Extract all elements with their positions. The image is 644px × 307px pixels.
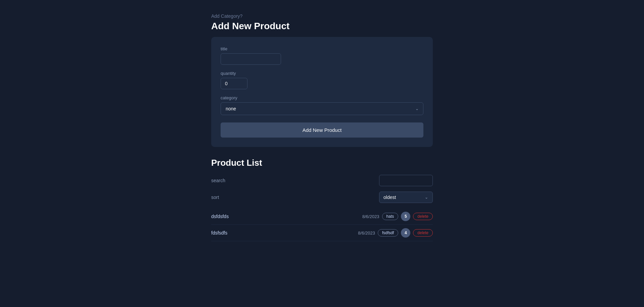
sort-select-wrapper: oldest newest ⌄ — [379, 192, 433, 203]
search-control: search — [211, 175, 433, 186]
product-name: dsfdsfds — [211, 214, 362, 219]
category-label: category — [221, 95, 423, 100]
title-input[interactable] — [221, 53, 281, 65]
add-category-label: Add Category? — [211, 13, 433, 19]
product-date: 8/6/2023 — [358, 231, 375, 236]
quantity-label: quantity — [221, 71, 423, 76]
product-meta: 8/6/2023 hats 5 delete — [362, 212, 433, 221]
category-select[interactable]: none — [221, 102, 423, 115]
sort-select[interactable]: oldest newest — [379, 192, 433, 203]
product-meta: 8/6/2023 fsdfsdf 4 delete — [358, 228, 433, 238]
product-list-section: Product List search sort oldest newest ⌄ — [211, 158, 433, 241]
category-select-wrapper: none ⌄ — [221, 102, 423, 115]
sort-label: sort — [211, 195, 238, 200]
delete-button[interactable]: delete — [413, 229, 433, 237]
page-title: Add New Product — [211, 21, 433, 32]
search-input[interactable] — [379, 175, 433, 186]
product-name: fdsfsdfs — [211, 230, 358, 236]
title-field-group: title — [221, 46, 423, 65]
product-list-title: Product List — [211, 158, 433, 168]
quantity-field-group: quantity — [221, 71, 423, 89]
table-row: dsfdsfds 8/6/2023 hats 5 delete — [211, 208, 433, 225]
category-badge: fsdfsdf — [378, 229, 398, 237]
table-row: fdsfsdfs 8/6/2023 fsdfsdf 4 delete — [211, 225, 433, 241]
quantity-input[interactable] — [221, 78, 247, 89]
delete-button[interactable]: delete — [413, 213, 433, 220]
add-product-button[interactable]: Add New Product — [221, 122, 423, 138]
add-product-form: title quantity category none ⌄ Add New — [211, 37, 433, 147]
category-field-group: category none ⌄ — [221, 95, 423, 115]
product-date: 8/6/2023 — [362, 214, 379, 219]
quantity-badge: 4 — [401, 228, 410, 238]
category-badge: hats — [382, 213, 399, 220]
title-label: title — [221, 46, 423, 51]
quantity-badge: 5 — [401, 212, 410, 221]
search-label: search — [211, 178, 238, 183]
sort-control: sort oldest newest ⌄ — [211, 192, 433, 203]
product-list: dsfdsfds 8/6/2023 hats 5 delete fdsfsdfs… — [211, 208, 433, 241]
